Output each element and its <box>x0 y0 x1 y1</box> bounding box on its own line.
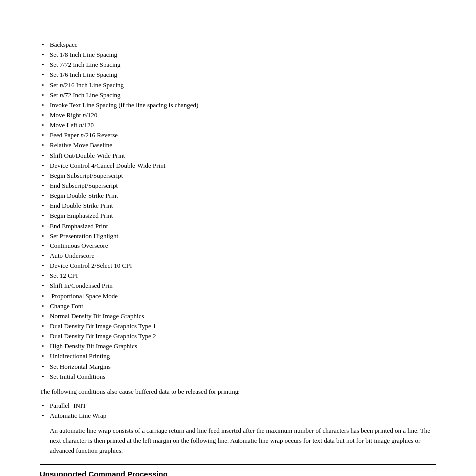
list-item: Relative Move Baseline <box>40 140 436 150</box>
list-item: Set Presentation Highlight <box>40 231 436 241</box>
italic-n: n <box>79 121 82 129</box>
page-content: Backspace Set 1/8 Inch Line Spacing Set … <box>0 0 476 476</box>
list-item: Auto Underscore <box>40 251 436 261</box>
list-item: Set 1/8 Inch Line Spacing <box>40 50 436 60</box>
mid-bullet-list: Parallel -INIT Automatic Line Wrap <box>40 401 436 421</box>
list-item: End Subscript/Superscript <box>40 181 436 191</box>
list-item: Unidirectional Printing <box>40 351 436 361</box>
italic-n: n <box>60 91 63 99</box>
auto-line-wrap-description: An automatic line wrap consists of a car… <box>50 426 436 456</box>
section-divider <box>40 464 436 465</box>
list-item: Dual Density Bit Image Graphics Type 2 <box>40 331 436 341</box>
list-item: Automatic Line Wrap <box>40 411 436 421</box>
list-item: Invoke Text Line Spacing (if the line sp… <box>40 100 436 110</box>
list-item: Move Left n/120 <box>40 120 436 130</box>
list-item: Backspace <box>40 40 436 50</box>
list-item: Set 7/72 Inch Line Spacing <box>40 60 436 70</box>
list-item: Begin Subscript/Superscript <box>40 171 436 181</box>
italic-n: n <box>80 131 84 139</box>
italic-n: n <box>83 111 86 119</box>
list-item: End Emphasized Print <box>40 221 436 231</box>
italic-n: n <box>60 81 63 89</box>
list-item: Shift Out/Double-Wide Print <box>40 151 436 161</box>
list-item: Feed Paper n/216 Reverse <box>40 130 436 140</box>
list-item: Begin Emphasized Print <box>40 211 436 221</box>
list-item: Set 1/6 Inch Line Spacing <box>40 70 436 80</box>
list-item: Device Control 2/Select 10 CPI <box>40 261 436 271</box>
list-item: Normal Density Bit Image Graphics <box>40 311 436 321</box>
list-item: Set Initial Conditions <box>40 372 436 382</box>
section-heading: Unsupported Command Processing <box>40 470 436 476</box>
list-item: Proportional Space Mode <box>40 291 436 301</box>
top-bullet-list: Backspace Set 1/8 Inch Line Spacing Set … <box>40 40 436 382</box>
paragraph-buffered: The following conditions also cause buff… <box>40 387 436 397</box>
list-item: Continuous Overscore <box>40 241 436 251</box>
list-item: Shift In/Condensed Prin <box>40 281 436 291</box>
list-item: High Density Bit Image Graphics <box>40 341 436 351</box>
list-item: End Double-Strike Print <box>40 201 436 211</box>
list-item: Set Horizontal Margins <box>40 362 436 372</box>
list-item: Set n/216 Inch Line Spacing <box>40 80 436 90</box>
list-item: Parallel -INIT <box>40 401 436 411</box>
list-item: Begin Double-Strike Print <box>40 191 436 201</box>
list-item: Dual Density Bit Image Graphics Type 1 <box>40 321 436 331</box>
list-item: Move Right n/120 <box>40 110 436 120</box>
list-item: Device Control 4/Cancel Double-Wide Prin… <box>40 161 436 171</box>
list-item: Set n/72 Inch Line Spacing <box>40 90 436 100</box>
list-item: Set 12 CPI <box>40 271 436 281</box>
list-item: Change Font <box>40 301 436 311</box>
